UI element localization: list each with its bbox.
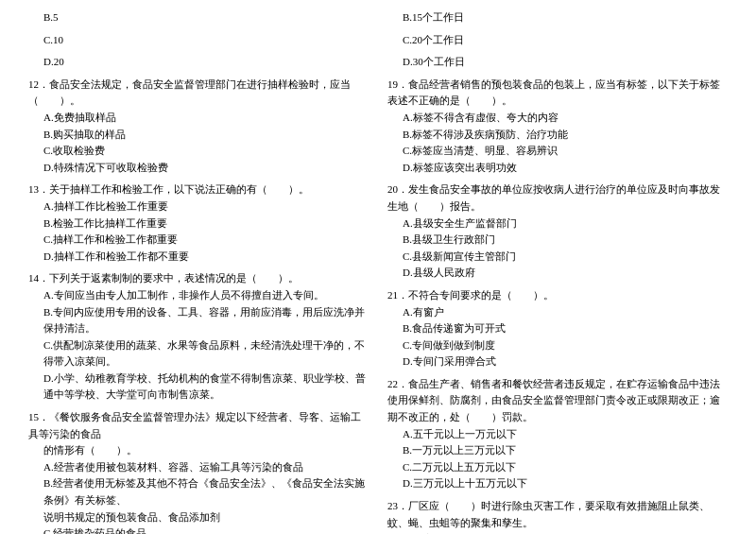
- option: B.经营者使用无标签及其他不符合《食品安全法》、《食品安全法实施条例》有关标签、: [28, 475, 369, 508]
- two-column-layout: B.5C.10D.2012．食品安全法规定，食品安全监督管理部门在进行抽样检验时…: [28, 9, 728, 534]
- question-text: 12．食品安全法规定，食品安全监督管理部门在进行抽样检验时，应当（ ）。: [28, 77, 369, 110]
- question-text: 14．下列关于返素制制的要求中，表述情况的是（ ）。: [28, 270, 369, 287]
- question-block: 15．《餐饮服务食品安全监督管理办法》规定以下经营者、导客、运输工具等污染的食品…: [28, 409, 369, 534]
- question-text: C.10: [28, 32, 369, 49]
- question-text: D.20: [28, 54, 369, 71]
- option: D.标签应该突出表明功效: [387, 160, 728, 177]
- question-block: 20．发生食品安全事故的单位应按收病人进行治疗的单位应及时向事故发生地（ ）报告…: [387, 181, 728, 282]
- option: A.专间应当由专人加工制作，非操作人员不得擅自进入专间。: [28, 287, 369, 304]
- question-block: B.15个工作日: [387, 9, 728, 26]
- question-text: 15．《餐饮服务食品安全监督管理办法》规定以下经营者、导客、运输工具等污染的食品: [28, 409, 369, 442]
- option: B.一万元以上三万元以下: [387, 442, 728, 459]
- question-block: 14．下列关于返素制制的要求中，表述情况的是（ ）。A.专间应当由专人加工制作，…: [28, 270, 369, 404]
- option: A.五千元以上一万元以下: [387, 426, 728, 443]
- option: B.专间内应使用专用的设备、工具、容器，用前应消毒，用后应洗净并保持清洁。: [28, 304, 369, 337]
- option: A.抽样工作比检验工作重要: [28, 198, 369, 215]
- option: C.供配制凉菜使用的蔬菜、水果等食品原料，未经清洗处理干净的，不得带入凉菜间。: [28, 337, 369, 370]
- option: C.收取检验费: [28, 143, 369, 160]
- option: D.抽样工作和检验工作都不重要: [28, 249, 369, 266]
- option: B.标签不得涉及疾病预防、治疗功能: [387, 127, 728, 144]
- question-text: B.15个工作日: [387, 9, 728, 26]
- option: C.专间做到做到制度: [387, 337, 728, 354]
- question-text: 21．不符合专间要求的是（ ）。: [387, 287, 728, 304]
- question-block: C.20个工作日: [387, 32, 728, 49]
- right-column: B.15个工作日C.20个工作日D.30个工作日19．食品经营者销售的预包装食品…: [387, 9, 728, 534]
- option: A.经营者使用被包装材料、容器、运输工具等污染的食品: [28, 459, 369, 476]
- question-block: 19．食品经营者销售的预包装食品的包装上，应当有标签，以下关于标签表述不正确的是…: [387, 77, 728, 177]
- question-block: 13．关于抽样工作和检验工作，以下说法正确的有（ ）。A.抽样工作比检验工作重要…: [28, 181, 369, 265]
- question-text: B.5: [28, 9, 369, 26]
- option: C.标签应当清楚、明显、容易辨识: [387, 143, 728, 160]
- question-block: D.20: [28, 54, 369, 71]
- option: C.县级新闻宣传主管部门: [387, 249, 728, 266]
- option: B.县级卫生行政部门: [387, 232, 728, 249]
- option: 说明书规定的预包装食品、食品添加剂: [28, 509, 369, 526]
- question-block: C.10: [28, 32, 369, 49]
- question-text: 23．厂区应（ ）时进行除虫灭害工作，要采取有效措施阻止鼠类、蚊、蝇、虫蛆等的聚…: [387, 498, 728, 531]
- option: D.县级人民政府: [387, 265, 728, 282]
- question-block: 23．厂区应（ ）时进行除虫灭害工作，要采取有效措施阻止鼠类、蚊、蝇、虫蛆等的聚…: [387, 498, 728, 534]
- question-text: 22．食品生产者、销售者和餐饮经营者违反规定，在贮存运输食品中违法使用保鲜剂、防…: [387, 376, 728, 426]
- option: D.特殊情况下可收取检验费: [28, 160, 369, 177]
- option: A.标签不得含有虚假、夸大的内容: [387, 110, 728, 127]
- question-block: B.5: [28, 9, 369, 26]
- question-text: 19．食品经营者销售的预包装食品的包装上，应当有标签，以下关于标签表述不正确的是…: [387, 77, 728, 110]
- question-block: 21．不符合专间要求的是（ ）。A.有窗户B.食品传递窗为可开式C.专间做到做到…: [387, 287, 728, 370]
- option: C.二万元以上五万元以下: [387, 459, 728, 476]
- question-text: C.20个工作日: [387, 32, 728, 49]
- option: C.抽样工作和检验工作都重要: [28, 232, 369, 249]
- option: A.免费抽取样品: [28, 110, 369, 127]
- option: A.县级安全生产监督部门: [387, 215, 728, 233]
- option: D.专间门采用弹合式: [387, 353, 728, 370]
- left-column: B.5C.10D.2012．食品安全法规定，食品安全监督管理部门在进行抽样检验时…: [28, 9, 369, 534]
- question-block: 22．食品生产者、销售者和餐饮经营者违反规定，在贮存运输食品中违法使用保鲜剂、防…: [387, 376, 728, 492]
- page: B.5C.10D.2012．食品安全法规定，食品安全监督管理部门在进行抽样检验时…: [28, 9, 728, 534]
- option: B.食品传递窗为可开式: [387, 320, 728, 337]
- option: 的情形有（ ）。: [28, 442, 369, 459]
- question-text: 20．发生食品安全事故的单位应按收病人进行治疗的单位应及时向事故发生地（ ）报告…: [387, 181, 728, 215]
- option: D.小学、幼稚教育学校、托幼机构的食堂不得制售凉菜、职业学校、普通中等学校、大学…: [28, 370, 369, 404]
- question-block: D.30个工作日: [387, 54, 728, 71]
- question-block: 12．食品安全法规定，食品安全监督管理部门在进行抽样检验时，应当（ ）。A.免费…: [28, 77, 369, 177]
- question-text: 13．关于抽样工作和检验工作，以下说法正确的有（ ）。: [28, 181, 369, 198]
- option: A.有窗户: [387, 304, 728, 321]
- option: C.经营掺杂药品的食品: [28, 525, 369, 534]
- option: D.三万元以上十五万元以下: [387, 475, 728, 492]
- option: B.购买抽取的样品: [28, 127, 369, 144]
- option: B.检验工作比抽样工作重要: [28, 215, 369, 233]
- question-text: D.30个工作日: [387, 54, 728, 71]
